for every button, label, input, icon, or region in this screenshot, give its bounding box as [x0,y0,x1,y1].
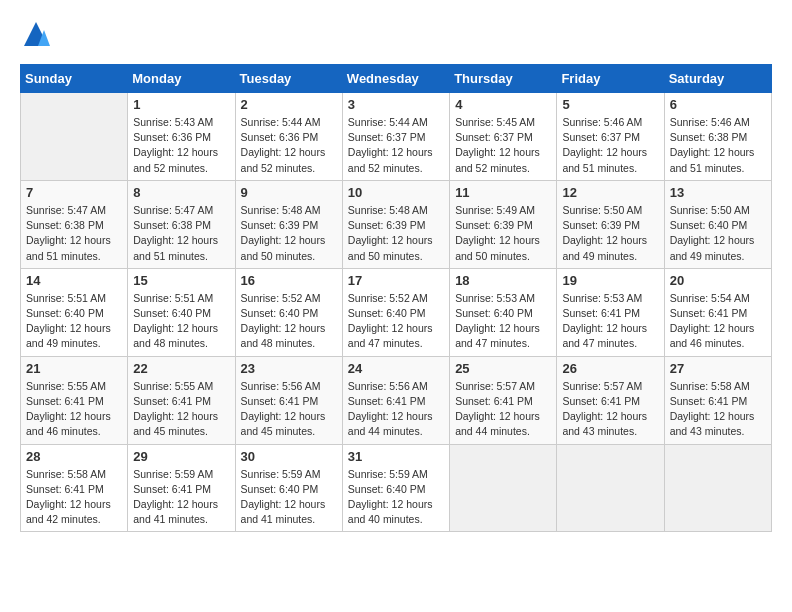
day-cell: 10Sunrise: 5:48 AM Sunset: 6:39 PM Dayli… [342,180,449,268]
day-cell: 6Sunrise: 5:46 AM Sunset: 6:38 PM Daylig… [664,93,771,181]
day-cell: 18Sunrise: 5:53 AM Sunset: 6:40 PM Dayli… [450,268,557,356]
day-info: Sunrise: 5:58 AM Sunset: 6:41 PM Dayligh… [670,379,766,440]
day-number: 9 [241,185,337,200]
day-cell: 12Sunrise: 5:50 AM Sunset: 6:39 PM Dayli… [557,180,664,268]
day-cell: 11Sunrise: 5:49 AM Sunset: 6:39 PM Dayli… [450,180,557,268]
day-number: 6 [670,97,766,112]
day-cell: 17Sunrise: 5:52 AM Sunset: 6:40 PM Dayli… [342,268,449,356]
day-cell: 31Sunrise: 5:59 AM Sunset: 6:40 PM Dayli… [342,444,449,532]
day-cell: 25Sunrise: 5:57 AM Sunset: 6:41 PM Dayli… [450,356,557,444]
day-number: 31 [348,449,444,464]
day-cell: 23Sunrise: 5:56 AM Sunset: 6:41 PM Dayli… [235,356,342,444]
week-row-3: 14Sunrise: 5:51 AM Sunset: 6:40 PM Dayli… [21,268,772,356]
day-info: Sunrise: 5:48 AM Sunset: 6:39 PM Dayligh… [241,203,337,264]
day-number: 5 [562,97,658,112]
day-cell [450,444,557,532]
day-number: 7 [26,185,122,200]
day-cell: 2Sunrise: 5:44 AM Sunset: 6:36 PM Daylig… [235,93,342,181]
week-row-4: 21Sunrise: 5:55 AM Sunset: 6:41 PM Dayli… [21,356,772,444]
day-cell: 13Sunrise: 5:50 AM Sunset: 6:40 PM Dayli… [664,180,771,268]
day-info: Sunrise: 5:51 AM Sunset: 6:40 PM Dayligh… [133,291,229,352]
day-cell: 5Sunrise: 5:46 AM Sunset: 6:37 PM Daylig… [557,93,664,181]
day-cell: 4Sunrise: 5:45 AM Sunset: 6:37 PM Daylig… [450,93,557,181]
day-cell: 22Sunrise: 5:55 AM Sunset: 6:41 PM Dayli… [128,356,235,444]
logo [20,20,54,48]
day-info: Sunrise: 5:50 AM Sunset: 6:39 PM Dayligh… [562,203,658,264]
day-cell: 19Sunrise: 5:53 AM Sunset: 6:41 PM Dayli… [557,268,664,356]
day-info: Sunrise: 5:54 AM Sunset: 6:41 PM Dayligh… [670,291,766,352]
day-info: Sunrise: 5:55 AM Sunset: 6:41 PM Dayligh… [133,379,229,440]
day-info: Sunrise: 5:56 AM Sunset: 6:41 PM Dayligh… [348,379,444,440]
day-cell: 7Sunrise: 5:47 AM Sunset: 6:38 PM Daylig… [21,180,128,268]
header-cell-monday: Monday [128,65,235,93]
day-number: 24 [348,361,444,376]
day-info: Sunrise: 5:52 AM Sunset: 6:40 PM Dayligh… [348,291,444,352]
day-number: 4 [455,97,551,112]
day-number: 25 [455,361,551,376]
week-row-5: 28Sunrise: 5:58 AM Sunset: 6:41 PM Dayli… [21,444,772,532]
day-info: Sunrise: 5:59 AM Sunset: 6:41 PM Dayligh… [133,467,229,528]
day-number: 30 [241,449,337,464]
day-number: 14 [26,273,122,288]
day-cell: 30Sunrise: 5:59 AM Sunset: 6:40 PM Dayli… [235,444,342,532]
day-info: Sunrise: 5:55 AM Sunset: 6:41 PM Dayligh… [26,379,122,440]
header-cell-saturday: Saturday [664,65,771,93]
header-cell-sunday: Sunday [21,65,128,93]
day-number: 17 [348,273,444,288]
day-number: 22 [133,361,229,376]
day-cell: 8Sunrise: 5:47 AM Sunset: 6:38 PM Daylig… [128,180,235,268]
header-cell-tuesday: Tuesday [235,65,342,93]
day-number: 1 [133,97,229,112]
day-number: 16 [241,273,337,288]
day-cell: 16Sunrise: 5:52 AM Sunset: 6:40 PM Dayli… [235,268,342,356]
day-number: 11 [455,185,551,200]
day-cell: 9Sunrise: 5:48 AM Sunset: 6:39 PM Daylig… [235,180,342,268]
day-number: 20 [670,273,766,288]
logo-icon [22,20,50,48]
day-number: 23 [241,361,337,376]
day-info: Sunrise: 5:57 AM Sunset: 6:41 PM Dayligh… [562,379,658,440]
header-cell-friday: Friday [557,65,664,93]
header-cell-thursday: Thursday [450,65,557,93]
day-info: Sunrise: 5:51 AM Sunset: 6:40 PM Dayligh… [26,291,122,352]
day-cell: 21Sunrise: 5:55 AM Sunset: 6:41 PM Dayli… [21,356,128,444]
day-info: Sunrise: 5:43 AM Sunset: 6:36 PM Dayligh… [133,115,229,176]
day-cell: 27Sunrise: 5:58 AM Sunset: 6:41 PM Dayli… [664,356,771,444]
day-info: Sunrise: 5:46 AM Sunset: 6:38 PM Dayligh… [670,115,766,176]
day-number: 12 [562,185,658,200]
day-info: Sunrise: 5:47 AM Sunset: 6:38 PM Dayligh… [133,203,229,264]
week-row-1: 1Sunrise: 5:43 AM Sunset: 6:36 PM Daylig… [21,93,772,181]
day-info: Sunrise: 5:53 AM Sunset: 6:40 PM Dayligh… [455,291,551,352]
day-number: 2 [241,97,337,112]
day-cell: 28Sunrise: 5:58 AM Sunset: 6:41 PM Dayli… [21,444,128,532]
calendar-table: SundayMondayTuesdayWednesdayThursdayFrid… [20,64,772,532]
header-row: SundayMondayTuesdayWednesdayThursdayFrid… [21,65,772,93]
day-info: Sunrise: 5:52 AM Sunset: 6:40 PM Dayligh… [241,291,337,352]
day-cell: 24Sunrise: 5:56 AM Sunset: 6:41 PM Dayli… [342,356,449,444]
day-info: Sunrise: 5:59 AM Sunset: 6:40 PM Dayligh… [348,467,444,528]
day-number: 10 [348,185,444,200]
day-cell [664,444,771,532]
day-info: Sunrise: 5:48 AM Sunset: 6:39 PM Dayligh… [348,203,444,264]
day-cell [21,93,128,181]
day-info: Sunrise: 5:58 AM Sunset: 6:41 PM Dayligh… [26,467,122,528]
day-number: 29 [133,449,229,464]
day-info: Sunrise: 5:45 AM Sunset: 6:37 PM Dayligh… [455,115,551,176]
day-number: 13 [670,185,766,200]
day-info: Sunrise: 5:56 AM Sunset: 6:41 PM Dayligh… [241,379,337,440]
day-number: 18 [455,273,551,288]
day-info: Sunrise: 5:44 AM Sunset: 6:36 PM Dayligh… [241,115,337,176]
week-row-2: 7Sunrise: 5:47 AM Sunset: 6:38 PM Daylig… [21,180,772,268]
day-number: 28 [26,449,122,464]
day-number: 19 [562,273,658,288]
day-number: 15 [133,273,229,288]
day-number: 27 [670,361,766,376]
day-number: 3 [348,97,444,112]
day-info: Sunrise: 5:57 AM Sunset: 6:41 PM Dayligh… [455,379,551,440]
day-info: Sunrise: 5:47 AM Sunset: 6:38 PM Dayligh… [26,203,122,264]
day-number: 8 [133,185,229,200]
day-cell: 20Sunrise: 5:54 AM Sunset: 6:41 PM Dayli… [664,268,771,356]
day-info: Sunrise: 5:59 AM Sunset: 6:40 PM Dayligh… [241,467,337,528]
day-info: Sunrise: 5:49 AM Sunset: 6:39 PM Dayligh… [455,203,551,264]
day-cell: 1Sunrise: 5:43 AM Sunset: 6:36 PM Daylig… [128,93,235,181]
